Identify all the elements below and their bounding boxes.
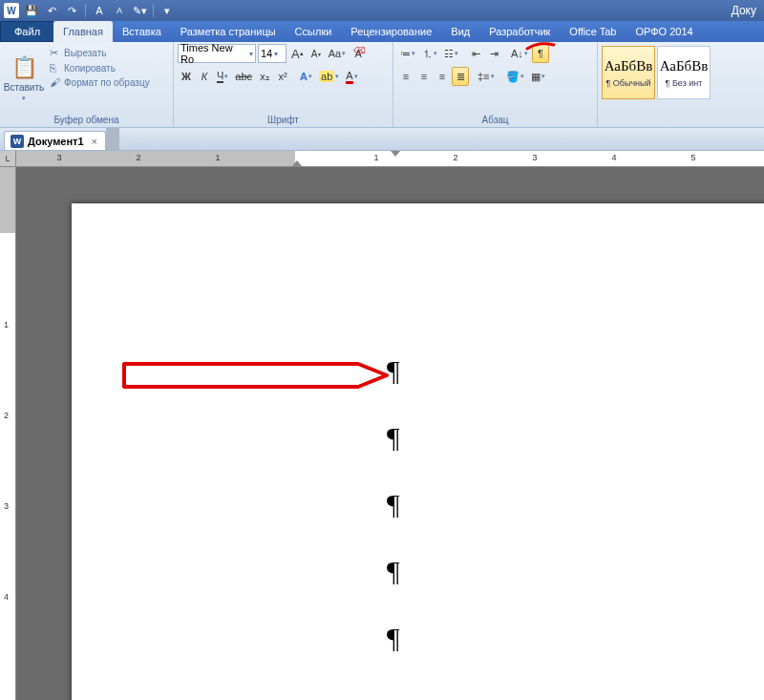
- qat-undo-button[interactable]: ↶: [43, 2, 60, 19]
- align-center-icon: ≡: [421, 71, 427, 82]
- text-effects-button[interactable]: A: [297, 67, 315, 86]
- tab-review[interactable]: Рецензирование: [341, 21, 441, 42]
- title-bar: W 💾 ↶ ↷ A A ✎▾ ▾ Доку: [0, 0, 764, 21]
- annotation-red-arrow: [119, 356, 396, 394]
- strikethrough-button[interactable]: abc: [232, 67, 255, 86]
- subscript-button[interactable]: x₂: [256, 67, 273, 86]
- style-no-spacing-label: ¶ Без инт: [666, 78, 703, 88]
- document-tab[interactable]: W Документ1 ×: [4, 131, 106, 150]
- font-size-combo[interactable]: 14▾: [258, 44, 286, 63]
- ruler-num: 2: [453, 153, 457, 162]
- tab-view[interactable]: Вид: [441, 21, 479, 42]
- font-name-combo[interactable]: Times New Ro▾: [178, 44, 256, 63]
- chevron-down-icon: ▾: [274, 50, 278, 58]
- clear-formatting-button[interactable]: A⌫: [350, 44, 366, 63]
- grow-font-button[interactable]: A▴: [288, 44, 307, 63]
- tab-insert[interactable]: Вставка: [113, 21, 171, 42]
- qat-customize-button[interactable]: ▾: [159, 2, 176, 19]
- group-font: Times New Ro▾ 14▾ A▴ A▾ Aa A⌫ Ж К Ч abc …: [174, 42, 393, 127]
- outdent-icon: ⇤: [472, 48, 480, 60]
- format-painter-label: Формат по образцу: [64, 77, 150, 88]
- ruler-num: 1: [373, 153, 378, 162]
- align-left-button[interactable]: ≡: [397, 67, 414, 86]
- underline-label: Ч: [217, 70, 223, 83]
- borders-button[interactable]: ▦: [528, 67, 548, 86]
- paragraph-mark: ¶: [387, 421, 400, 454]
- tab-orfo[interactable]: ОРФО 2014: [626, 21, 702, 42]
- ruler-corner[interactable]: L: [0, 151, 16, 166]
- align-right-icon: ≡: [439, 71, 445, 82]
- align-left-icon: ≡: [403, 71, 409, 82]
- style-no-spacing[interactable]: АаБбВв ¶ Без инт: [657, 46, 711, 99]
- qat-save-button[interactable]: 💾: [23, 2, 40, 19]
- document-tab-bar: W Документ1 ×: [0, 128, 764, 151]
- group-paragraph-label: Абзац: [397, 113, 593, 127]
- shrink-font-button[interactable]: A▾: [308, 44, 324, 63]
- hanging-indent-marker[interactable]: [391, 151, 400, 157]
- bold-button[interactable]: Ж: [178, 67, 195, 86]
- ruler-num: 4: [611, 153, 616, 162]
- align-right-button[interactable]: ≡: [434, 67, 451, 86]
- quick-access-toolbar: 💾 ↶ ↷ A A ✎▾ ▾: [23, 2, 176, 19]
- qat-redo-button[interactable]: ↷: [63, 2, 80, 19]
- ruler-num: 3: [56, 153, 61, 162]
- horizontal-ruler[interactable]: 3 2 1 1 2 3 4 5: [16, 151, 764, 166]
- shading-button[interactable]: 🪣: [503, 67, 527, 86]
- vertical-ruler[interactable]: 1 2 3 4: [0, 167, 16, 700]
- line-spacing-icon: ‡≡: [478, 71, 490, 82]
- change-case-button[interactable]: Aa: [326, 44, 349, 63]
- qat-font-grow-icon[interactable]: A: [91, 2, 108, 19]
- tab-office-tab[interactable]: Office Tab: [560, 21, 626, 42]
- font-size-value: 14: [261, 48, 272, 59]
- paste-button[interactable]: 📋 Вставить ▾: [4, 44, 44, 113]
- style-normal-label: ¶ Обычный: [605, 78, 650, 88]
- group-clipboard: 📋 Вставить ▾ ✂Вырезать ⎘Копировать 🖌Форм…: [0, 42, 174, 127]
- bullets-button[interactable]: ≔: [397, 44, 418, 63]
- group-font-label: Шрифт: [178, 113, 389, 127]
- line-spacing-button[interactable]: ‡≡: [475, 67, 498, 86]
- new-tab-area[interactable]: [106, 128, 119, 150]
- cut-button[interactable]: ✂Вырезать: [48, 46, 152, 60]
- indent-icon: ⇥: [490, 48, 499, 60]
- tab-stop-marker[interactable]: [393, 159, 399, 165]
- copy-button[interactable]: ⎘Копировать: [48, 61, 152, 74]
- ruler-num: 1: [4, 320, 9, 329]
- align-center-button[interactable]: ≡: [415, 67, 433, 86]
- copy-label: Копировать: [64, 63, 116, 74]
- font-color-button[interactable]: A: [343, 67, 360, 86]
- tab-home[interactable]: Главная: [53, 21, 113, 42]
- page[interactable]: ¶ ¶ ¶ ¶ ¶: [72, 203, 764, 700]
- ribbon-tabs: Файл Главная Вставка Разметка страницы С…: [0, 21, 764, 42]
- decrease-indent-button[interactable]: ⇤: [467, 44, 484, 63]
- qat-highlight-icon[interactable]: ✎▾: [131, 2, 148, 19]
- brush-icon: 🖌: [50, 76, 61, 88]
- qat-font-shrink-icon[interactable]: A: [111, 2, 128, 19]
- ruler-num: 5: [690, 153, 695, 162]
- tab-file[interactable]: Файл: [0, 21, 53, 42]
- group-clipboard-label: Буфер обмена: [4, 113, 169, 127]
- sort-button[interactable]: A↓: [508, 44, 531, 63]
- increase-indent-button[interactable]: ⇥: [485, 44, 502, 63]
- document-area[interactable]: ¶ ¶ ¶ ¶ ¶: [16, 167, 764, 700]
- paragraph-mark: ¶: [387, 488, 400, 520]
- style-normal[interactable]: АаБбВв ¶ Обычный: [602, 46, 655, 99]
- tab-references[interactable]: Ссылки: [286, 21, 342, 42]
- tab-developer[interactable]: Разработчик: [479, 21, 560, 42]
- multilevel-list-button[interactable]: ☷: [441, 44, 461, 63]
- show-hide-pilcrow-button[interactable]: ¶: [532, 44, 549, 63]
- document-tab-label: Документ1: [28, 136, 84, 147]
- underline-button[interactable]: Ч: [214, 67, 231, 86]
- italic-button[interactable]: К: [196, 67, 213, 86]
- superscript-button[interactable]: x²: [274, 67, 291, 86]
- horizontal-ruler-row: L 3 2 1 1 2 3 4 5: [0, 151, 764, 167]
- first-line-indent-marker[interactable]: [292, 160, 302, 166]
- tab-page-layout[interactable]: Разметка страницы: [171, 21, 286, 42]
- justify-button[interactable]: ≣: [452, 67, 469, 86]
- highlight-button[interactable]: ab: [316, 67, 342, 86]
- paste-label: Вставить: [4, 82, 44, 93]
- format-painter-button[interactable]: 🖌Формат по образцу: [48, 75, 152, 89]
- ribbon: 📋 Вставить ▾ ✂Вырезать ⎘Копировать 🖌Форм…: [0, 42, 764, 128]
- paragraph-mark: ¶: [387, 555, 400, 587]
- numbering-button[interactable]: ⒈: [419, 44, 440, 63]
- close-tab-button[interactable]: ×: [92, 136, 97, 147]
